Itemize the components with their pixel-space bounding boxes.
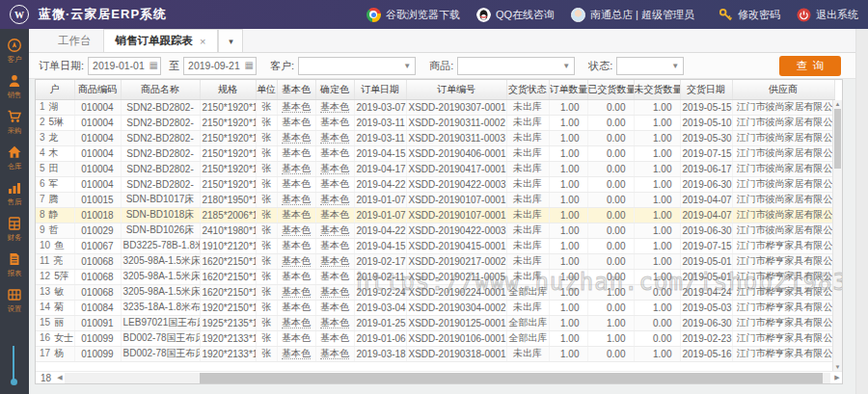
qq-icon: [476, 8, 491, 22]
status-label: 状态:: [588, 59, 612, 73]
scroll-up-icon[interactable]: ▲: [833, 101, 842, 107]
table-row[interactable]: 16女士010099BD002-78国王布床1920*2133*1张基本色基本色…: [36, 330, 834, 346]
col-header-customer[interactable]: 户: [36, 80, 74, 99]
cell-unit: 张: [256, 161, 277, 176]
col-header-spec[interactable]: 规格: [200, 80, 256, 99]
cell-order-date: 2019-03-07: [354, 99, 406, 115]
col-header-base-color[interactable]: 基本色: [277, 80, 315, 99]
horizontal-scrollbar[interactable]: [65, 373, 830, 383]
cell-spec: 1920*2150*1: [200, 300, 256, 315]
cell-order-no: XSDD-20190417-0001: [406, 161, 506, 176]
cell-undelivered-qty: 1.00: [634, 115, 680, 130]
vertical-scroll-thumb[interactable]: [834, 109, 841, 169]
row-number: 15: [40, 317, 50, 328]
search-button[interactable]: 查询: [779, 56, 841, 76]
product-select[interactable]: ▼: [457, 57, 575, 75]
user-account[interactable]: 南通总店 | 超级管理员: [571, 8, 694, 22]
cell-delivered-qty: 1.00: [587, 315, 634, 330]
table-row[interactable]: 13敏0100683205-98A-1.5米床1620*2150*1张基本色基本…: [36, 284, 834, 300]
page-scrollbar-gutter[interactable]: [855, 29, 868, 394]
close-tab-icon[interactable]: ×: [200, 36, 205, 47]
qq-support-link[interactable]: QQ在线咨询: [476, 8, 555, 22]
table-row[interactable]: 7腾010015SDN-BD1017床2180*1950*1张基本色基本色201…: [36, 192, 834, 207]
cell-customer: 16女士: [36, 330, 74, 346]
cell-order-date: 2019-04-22: [354, 223, 406, 238]
sidebar-item-aftersales[interactable]: 售后: [7, 180, 22, 207]
status-select[interactable]: ▼: [616, 57, 684, 75]
col-header-undelivered-qty[interactable]: 未交货数量: [634, 80, 680, 99]
cell-undelivered-qty: 1.00: [634, 300, 680, 315]
scroll-left-icon[interactable]: ◀: [55, 374, 65, 381]
sidebar-scroll-indicator[interactable]: [13, 346, 14, 382]
table-row[interactable]: 6军010004SDN2-BD2802-2150*1920*1张基本色基本色20…: [36, 176, 834, 192]
table-row[interactable]: 9哲010029SDN-BD1026床2410*1980*1张基本色基本色201…: [36, 223, 834, 238]
cell-order-no: XSDD-20190406-0001: [406, 145, 506, 161]
change-password-link[interactable]: 修改密码: [719, 8, 780, 22]
sidebar-item-sales[interactable]: 销售: [7, 73, 22, 100]
col-header-delivery-date[interactable]: 交货日期: [680, 80, 732, 99]
tab-sales-order-tracking[interactable]: 销售订单跟踪表 ×: [103, 29, 219, 52]
cell-supplier: 江门市桦亨家具有限公: [732, 269, 834, 284]
chrome-icon: [366, 8, 381, 22]
col-header-order-qty[interactable]: 订单数量: [549, 80, 587, 99]
table-row[interactable]: 11亮0100683205-98A-1.5米床1620*2150*1张基本色基本…: [36, 253, 834, 269]
chrome-download-link[interactable]: 谷歌浏览器下载: [366, 8, 460, 22]
table-row[interactable]: 125萍0100683205-98A-1.5米床1620*2150*1张基本色基…: [36, 269, 834, 284]
cell-delivery-status: 全部出库: [506, 315, 549, 330]
col-header-unit[interactable]: 单位: [256, 80, 277, 99]
date-to-input[interactable]: [183, 57, 257, 75]
sidebar-item-purchasing[interactable]: 采购: [7, 109, 22, 136]
cell-confirm-color: 基本色: [315, 176, 354, 192]
vertical-scrollbar[interactable]: ▲ ▼: [832, 100, 842, 371]
cell-order-date: 2019-04-15: [354, 145, 406, 161]
cell-product-code: 010068: [74, 253, 121, 269]
customer-name: 田: [49, 163, 59, 173]
sidebar-item-warehouse[interactable]: 仓库: [7, 144, 22, 171]
cell-undelivered-qty: 1.00: [634, 192, 680, 207]
col-header-order-date[interactable]: 订单日期: [354, 80, 406, 99]
col-header-delivered-qty[interactable]: 已交货数量: [587, 80, 634, 99]
logout-link[interactable]: 退出系统: [797, 8, 858, 22]
col-header-product-name[interactable]: 商品名称: [121, 80, 200, 99]
cell-product-name: SDN-BD1018床: [121, 207, 200, 223]
table-row[interactable]: 4木010004SDN2-BD2802-2150*1920*1张基本色基本色20…: [36, 145, 834, 161]
customer-select[interactable]: ▼: [298, 57, 416, 75]
cell-order-qty: 1.00: [549, 238, 587, 253]
scroll-right-icon[interactable]: ▶: [832, 374, 842, 381]
sidebar-item-customers[interactable]: 客户: [7, 38, 22, 65]
cell-order-qty: 1.00: [549, 115, 587, 130]
cell-delivered-qty: 0.00: [587, 253, 634, 269]
scroll-down-icon[interactable]: ▼: [833, 364, 842, 370]
col-header-product-code[interactable]: 商品编码: [74, 80, 121, 99]
sidebar-item-reports[interactable]: 报表: [7, 251, 22, 278]
cell-product-code: 010004: [74, 99, 121, 115]
horizontal-scroll-thumb[interactable]: [200, 373, 823, 383]
cell-supplier: 江门市彼尚家居有限公: [732, 115, 834, 130]
header-links: 谷歌浏览器下载 QQ在线咨询 南通总店 | 超级管理员 修改密码: [366, 8, 858, 22]
col-header-delivery-status[interactable]: 交货状态: [506, 80, 549, 99]
col-header-order-no[interactable]: 订单编号: [406, 80, 506, 99]
sidebar-item-finance[interactable]: 财务: [7, 216, 22, 243]
customer-name: 腾: [49, 194, 59, 204]
date-from-input[interactable]: [88, 57, 161, 75]
grid-header-row: 户商品编码商品名称规格单位基本色确定色订单日期订单编号交货状态订单数量已交货数量…: [36, 80, 834, 99]
table-row[interactable]: 5田010004SDN2-BD2802-2150*1920*1张基本色基本色20…: [36, 161, 834, 176]
table-row[interactable]: 17杨010099BD002-78国王布床1920*2133*1张基本色基本色2…: [36, 346, 834, 361]
table-row[interactable]: 14菊0100843235-18A-1.8米布1920*2150*1张基本色基本…: [36, 300, 834, 315]
cell-base-color: 基本色: [277, 207, 315, 223]
row-number: 13: [40, 286, 50, 297]
table-row[interactable]: 1湖010004SDN2-BD2802-2150*1920*1张基本色基本色20…: [36, 99, 834, 115]
table-row[interactable]: 3龙010004SDN2-BD2802-2150*1920*1张基本色基本色20…: [36, 130, 834, 145]
sidebar-item-settings[interactable]: 设置: [7, 287, 22, 314]
cell-order-no: XSDD-20190307-0001: [406, 99, 506, 115]
cell-delivery-date: 2019-05-01: [680, 269, 732, 284]
table-row[interactable]: 8静010018SDN-BD1018床2185*2006*1张基本色基本色201…: [36, 207, 834, 223]
table-row[interactable]: 10鱼010067BD3225-78B-1.8米1910*2120*1张基本色基…: [36, 238, 834, 253]
col-header-confirm-color[interactable]: 确定色: [315, 80, 354, 99]
table-row[interactable]: 25琳010004SDN2-BD2802-2150*1920*1张基本色基本色2…: [36, 115, 834, 130]
cell-customer: 11亮: [36, 253, 74, 269]
tab-list-dropdown[interactable]: ▾: [218, 29, 243, 52]
tab-workbench[interactable]: 工作台: [46, 29, 103, 52]
table-row[interactable]: 15丽010091LEB97021国王布床1925*2135*1张基本色基本色2…: [36, 315, 834, 330]
col-header-supplier[interactable]: 供应商: [732, 80, 834, 99]
